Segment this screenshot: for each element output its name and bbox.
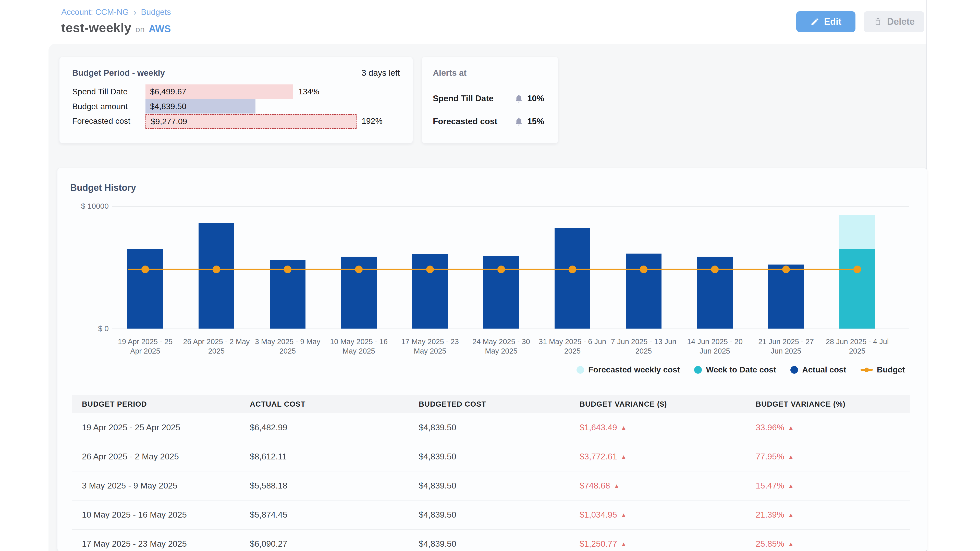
table-cell-value: $4,839.50 [419, 481, 456, 490]
triangle-up-icon: ▲ [620, 424, 627, 431]
table-cell-value: 26 Apr 2025 - 2 May 2025 [82, 452, 179, 461]
x-axis-tick-label: 14 Jun 2025 - 20Jun 2025 [676, 337, 753, 356]
table-cell-value: $4,839.50 [419, 423, 456, 432]
y-axis-max-label: $ 10000 [58, 202, 109, 211]
delete-button[interactable]: Delete [864, 11, 924, 32]
forecast-amount-value: $9,277.09 [146, 117, 187, 126]
table-cell-value: $5,874.45 [250, 510, 287, 519]
legend-item-budget[interactable]: Budget [861, 365, 905, 375]
table-cell-variance_usd: $748.68▲ [579, 471, 620, 500]
budget-history-title: Budget History [70, 183, 136, 193]
forecast-amount-bar: $9,277.09 [145, 114, 356, 129]
table-cell-value: $5,588.18 [250, 481, 287, 490]
budget-point-marker [640, 265, 648, 273]
budget-history-card: Budget History $ 10000 $ 0 19 Apr 2025 -… [57, 168, 927, 551]
x-axis-tick-label: 17 May 2025 - 23May 2025 [392, 337, 468, 356]
breadcrumb-account-link[interactable]: Account: CCM-NG [61, 7, 129, 17]
x-axis-tick-line: Apr 2025 [107, 346, 183, 356]
x-axis-tick-label: 10 May 2025 - 16May 2025 [321, 337, 397, 356]
x-axis-tick-line: 28 Jun 2025 - 4 Jul [819, 337, 896, 346]
table-cell-period: 10 May 2025 - 16 May 2025 [82, 500, 187, 529]
table-header-cell: BUDGET VARIANCE ($) [579, 395, 667, 413]
breadcrumb: Account: CCM-NG › Budgets [61, 7, 171, 17]
x-axis-tick-line: 2025 [819, 346, 896, 356]
triangle-up-icon: ▲ [788, 540, 794, 548]
table-cell-value: $8,612.11 [250, 452, 286, 461]
table-cell-budgeted: $4,839.50 [419, 529, 456, 551]
alerts-card: Alerts at Spend Till Date10%Forecasted c… [422, 57, 558, 143]
x-axis-tick-line: 26 Apr 2025 - 2 May [178, 337, 255, 346]
pencil-icon [810, 17, 819, 26]
budget-period-row-label: Budget amount [72, 101, 127, 111]
legend-item-week-to-date-cost[interactable]: Week to Date cost [694, 365, 776, 375]
x-axis-tick-line: 2025 [249, 346, 326, 356]
legend-label: Budget [877, 365, 905, 375]
table-cell-value: $1,250.77 [579, 539, 617, 548]
table-header-row: BUDGET PERIODACTUAL COSTBUDGETED COSTBUD… [72, 395, 910, 413]
table-cell-value: 15.47% [756, 481, 784, 490]
trash-icon [873, 17, 883, 26]
table-row: 17 May 2025 - 23 May 2025$6,090.27$4,839… [72, 529, 910, 551]
forecast-percent-label: 192% [362, 116, 383, 126]
table-cell-period: 17 May 2025 - 23 May 2025 [82, 529, 187, 551]
delete-button-label: Delete [887, 16, 915, 27]
edit-button[interactable]: Edit [796, 11, 856, 32]
budget-point-marker [355, 265, 363, 273]
table-cell-value: $4,839.50 [419, 452, 456, 461]
table-cell-variance_pct: 25.85%▲ [756, 529, 794, 551]
week-to-date-cost-bar [839, 249, 875, 329]
x-axis-tick-line: 17 May 2025 - 23 [392, 337, 468, 346]
x-axis-tick-line: 14 Jun 2025 - 20 [676, 337, 753, 346]
actual-cost-bar [127, 249, 163, 329]
spend-percent-label: 134% [298, 86, 319, 97]
spend-amount-value: $6,499.67 [145, 87, 186, 97]
days-left-label: 3 days left [362, 68, 400, 78]
triangle-up-icon: ▲ [788, 511, 794, 518]
table-cell-value: $6,090.27 [250, 539, 287, 548]
triangle-up-icon: ▲ [614, 483, 620, 489]
table-cell-period: 3 May 2025 - 9 May 2025 [82, 471, 177, 500]
table-cell-budgeted: $4,839.50 [419, 471, 456, 500]
budget-amount-bar: $4,839.50 [145, 99, 256, 114]
x-axis-tick-line: 2025 [178, 346, 255, 356]
table-cell-value: 19 Apr 2025 - 25 Apr 2025 [82, 423, 180, 432]
table-cell-actual: $8,612.11 [250, 442, 286, 471]
legend-item-actual-cost[interactable]: Actual cost [791, 365, 846, 375]
title-connector: on [135, 25, 145, 34]
alert-threshold-value: 15% [527, 116, 544, 127]
budget-point-marker [284, 265, 291, 273]
budget-amount-value: $4,839.50 [145, 102, 186, 111]
x-axis-tick-label: 28 Jun 2025 - 4 Jul2025 [819, 337, 896, 356]
table-cell-value: $1,643.49 [579, 423, 617, 432]
table-cell-variance_usd: $3,772.61▲ [579, 442, 627, 471]
legend-item-forecasted-weekly-cost[interactable]: Forecasted weekly cost [576, 365, 680, 375]
x-axis-tick-line: 31 May 2025 - 6 Jun [534, 337, 611, 346]
forecasted-weekly-cost-bar [839, 215, 875, 249]
triangle-up-icon: ▲ [788, 483, 794, 489]
legend-label: Actual cost [802, 365, 846, 375]
table-cell-value: 77.95% [756, 452, 784, 461]
actual-cost-bar [412, 254, 448, 329]
table-cell-value: 25.85% [756, 539, 784, 548]
actual-cost-bar [768, 265, 804, 329]
table-cell-variance_pct: 77.95%▲ [756, 442, 794, 471]
triangle-up-icon: ▲ [788, 424, 794, 431]
table-cell-budgeted: $4,839.50 [419, 442, 456, 471]
page-title-row: test-weekly on AWS [61, 21, 171, 35]
breadcrumb-budgets-link[interactable]: Budgets [141, 7, 171, 17]
table-cell-value: 21.39% [756, 510, 784, 519]
bell-icon [514, 94, 524, 103]
budget-point-marker [569, 265, 576, 273]
budget-line [128, 268, 861, 270]
table-cell-value: $3,772.61 [579, 452, 617, 461]
table-cell-value: 33.96% [756, 423, 784, 432]
table-cell-actual: $6,482.99 [250, 413, 287, 442]
table-cell-period: 26 Apr 2025 - 2 May 2025 [82, 442, 179, 471]
table-cell-value: $6,482.99 [250, 423, 287, 432]
table-cell-period: 19 Apr 2025 - 25 Apr 2025 [82, 413, 180, 442]
table-cell-value: $1,034.95 [579, 510, 617, 519]
x-axis-tick-line: 2025 [605, 346, 682, 356]
table-row: 10 May 2025 - 16 May 2025$5,874.45$4,839… [72, 500, 910, 529]
budget-point-marker [497, 265, 505, 273]
legend-marker-circle [576, 366, 584, 374]
